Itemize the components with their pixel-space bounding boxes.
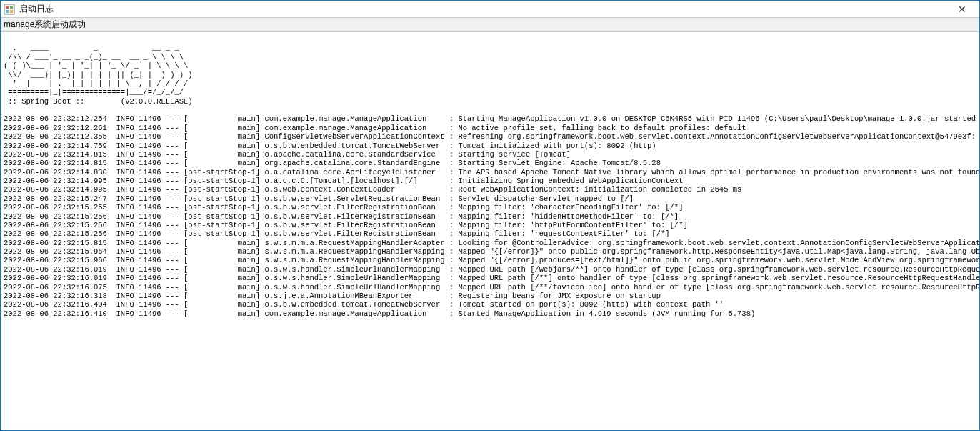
window-title: 启动日志 [19,3,948,15]
title-bar: 启动日志 ✕ [1,1,979,18]
svg-rect-2 [10,6,13,9]
app-icon [4,4,15,15]
status-message: manage系统启动成功 [1,18,979,32]
log-output[interactable]: . ____ _ __ _ _ /\\ / ___'_ __ _ _(_)_ _… [1,32,979,430]
svg-rect-3 [6,10,9,13]
close-icon: ✕ [958,4,966,15]
close-button[interactable]: ✕ [948,1,976,17]
window-frame: 启动日志 ✕ manage系统启动成功 . ____ _ __ _ _ /\\ … [1,1,979,430]
svg-rect-4 [10,10,13,13]
svg-rect-1 [6,6,9,9]
